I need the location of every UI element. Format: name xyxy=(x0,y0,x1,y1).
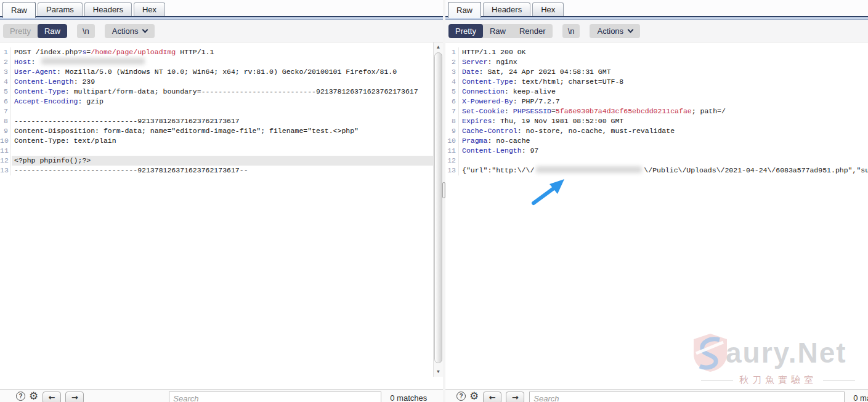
line-number: 8 xyxy=(445,116,459,126)
newline-toggle-button[interactable]: \n xyxy=(77,24,95,38)
code-segment: <?php phpinfo();?> xyxy=(14,156,91,164)
code-line-13: 13-----------------------------921378126… xyxy=(0,166,433,175)
line-number: 11 xyxy=(445,146,459,156)
match-count: 0 matches xyxy=(390,392,427,402)
view-mode-group: Pretty Raw Render xyxy=(448,24,553,38)
scroll-down-icon[interactable]: ▼ xyxy=(434,367,443,377)
code-segment: : PHP/7.2.7 xyxy=(513,97,560,105)
code-segment: : 239 xyxy=(74,78,95,86)
code-segment: Content-Disposition: form-data; name="ed… xyxy=(14,127,359,135)
code-line-10: 10Pragma: no-cache xyxy=(445,136,868,146)
line-number: 9 xyxy=(445,126,459,136)
code-line-8: 8-----------------------------9213781263… xyxy=(0,116,433,126)
request-panel: RawParamsHeadersHex Pretty Raw \n Action… xyxy=(0,0,443,402)
code-line-11: 11 xyxy=(0,146,433,156)
code-segment: : gzip xyxy=(78,97,103,105)
help-icon[interactable]: ? xyxy=(16,392,25,401)
chevron-down-icon xyxy=(628,27,634,33)
line-number: 3 xyxy=(0,67,11,77)
redacted-blur xyxy=(536,166,642,173)
code-line-7: 7 xyxy=(0,107,433,116)
tab-raw[interactable]: Raw xyxy=(448,2,481,18)
line-number: 12 xyxy=(445,156,459,166)
code-line-6: 6X-Powered-By: PHP/7.2.7 xyxy=(445,97,868,107)
raw-button[interactable]: Raw xyxy=(483,24,513,38)
line-number: 6 xyxy=(445,97,459,107)
prev-match-button[interactable]: ← xyxy=(483,392,501,402)
code-line-13: 13{"url":"http:\/\/\/Public\/Uploads\/20… xyxy=(445,166,868,175)
code-line-4: 4Content-Length: 239 xyxy=(0,77,433,87)
code-segment: -----------------------------92137812637… xyxy=(14,166,248,174)
code-segment: POST /index.php? xyxy=(14,48,82,56)
line-number: 10 xyxy=(445,136,459,146)
request-code: 1POST /index.php?s=/home/page/uploadImg … xyxy=(0,47,443,175)
tab-headers[interactable]: Headers xyxy=(483,2,530,16)
code-segment: Date xyxy=(462,68,479,76)
scrollbar-thumb[interactable] xyxy=(434,52,442,363)
gear-icon[interactable]: ⚙ xyxy=(29,392,38,401)
code-segment: Set-Cookie xyxy=(462,107,505,115)
search-input[interactable] xyxy=(529,392,845,402)
code-line-3: 3Date: Sat, 24 Apr 2021 04:58:31 GMT xyxy=(445,67,868,77)
code-line-9: 9Cache-Control: no-store, no-cache, must… xyxy=(445,126,868,136)
code-line-12: 12 xyxy=(445,156,868,166)
tab-hex[interactable]: Hex xyxy=(134,2,165,16)
code-line-2: 2Server: nginx xyxy=(445,57,868,67)
code-segment: : 97 xyxy=(522,147,539,155)
render-button[interactable]: Render xyxy=(513,24,553,38)
tab-headers[interactable]: Headers xyxy=(84,2,132,16)
code-line-1: 1HTTP/1.1 200 OK xyxy=(445,47,868,57)
prev-match-button[interactable]: ← xyxy=(43,392,61,402)
code-segment: : keep-alive xyxy=(505,87,556,95)
raw-button[interactable]: Raw xyxy=(38,24,67,38)
code-segment: : no-cache xyxy=(487,137,530,145)
code-segment: : Thu, 19 Nov 1981 08:52:00 GMT xyxy=(492,117,623,125)
code-line-1: 1POST /index.php?s=/home/page/uploadImg … xyxy=(0,47,433,57)
line-number: 13 xyxy=(445,166,459,175)
tab-raw[interactable]: Raw xyxy=(2,2,36,18)
response-panel: RawHeadersHex Pretty Raw Render \n Actio… xyxy=(445,0,868,402)
code-segment: : nginx xyxy=(487,58,517,66)
tab-hex[interactable]: Hex xyxy=(532,2,564,16)
response-search-bar: ? ⚙ ← → 0 matches xyxy=(445,389,868,402)
chevron-down-icon xyxy=(142,27,148,33)
actions-label: Actions xyxy=(112,26,139,36)
code-segment: Server xyxy=(462,58,487,66)
pretty-button[interactable]: Pretty xyxy=(448,24,483,38)
help-icon[interactable]: ? xyxy=(456,392,466,401)
code-line-6: 6Accept-Encoding: gzip xyxy=(0,97,433,107)
code-segment: Content-Length xyxy=(462,147,522,155)
pretty-button[interactable]: Pretty xyxy=(3,24,38,38)
response-editor[interactable]: 1HTTP/1.1 200 OK2Server: nginx3Date: Sat… xyxy=(445,42,868,389)
code-segment: : text/html; charset=UTF-8 xyxy=(513,78,623,86)
code-line-4: 4Content-Type: text/html; charset=UTF-8 xyxy=(445,77,868,87)
line-number: 1 xyxy=(0,47,11,57)
newline-toggle-button[interactable]: \n xyxy=(562,24,580,38)
line-number: 2 xyxy=(445,57,459,67)
line-number: 4 xyxy=(445,77,459,87)
code-segment: Cache-Control xyxy=(462,127,517,135)
match-count: 0 matches xyxy=(853,392,868,402)
tab-params[interactable]: Params xyxy=(38,2,83,16)
line-number: 2 xyxy=(0,57,11,67)
code-line-12: 12<?php phpinfo();?> xyxy=(0,156,433,166)
line-number: 5 xyxy=(0,87,11,97)
request-editor[interactable]: 1POST /index.php?s=/home/page/uploadImg … xyxy=(0,42,443,389)
response-tabs-row: RawHeadersHex xyxy=(445,0,868,16)
actions-button[interactable]: Actions xyxy=(590,24,640,38)
next-match-button[interactable]: → xyxy=(506,392,524,402)
line-number: 11 xyxy=(0,146,11,156)
actions-button[interactable]: Actions xyxy=(105,24,155,38)
code-segment: Accept-Encoding xyxy=(14,97,78,105)
request-search-bar: ? ⚙ ← → 0 matches xyxy=(0,389,443,402)
next-match-button[interactable]: → xyxy=(65,392,84,402)
code-line-5: 5Connection: keep-alive xyxy=(445,87,868,97)
search-input[interactable] xyxy=(169,392,381,402)
scroll-up-icon[interactable]: ▲ xyxy=(434,42,443,52)
code-segment: /home/page/uploadImg xyxy=(91,48,176,56)
http-message-editor: RawParamsHeadersHex Pretty Raw \n Action… xyxy=(0,0,868,402)
gear-icon[interactable]: ⚙ xyxy=(469,392,479,401)
code-segment: \/Public\/Uploads\/2021-04-24\/6083a577a… xyxy=(644,166,868,174)
vertical-scrollbar[interactable]: ▲ ▼ xyxy=(433,42,443,377)
tab-underline xyxy=(445,16,868,20)
